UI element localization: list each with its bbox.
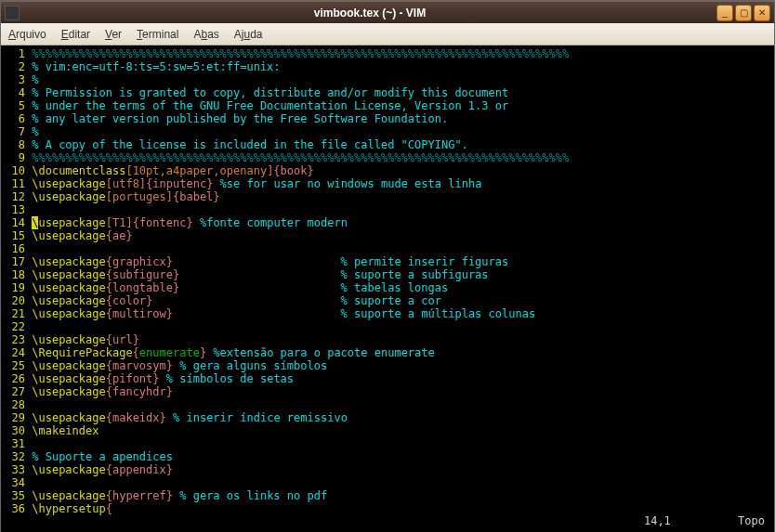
- close-button[interactable]: ✕: [754, 5, 770, 21]
- code-line: 1 %%%%%%%%%%%%%%%%%%%%%%%%%%%%%%%%%%%%%%…: [5, 47, 770, 60]
- maximize-button[interactable]: ▢: [735, 5, 752, 21]
- code-line: 24 \RequirePackage{enumerate} %extensão …: [5, 346, 770, 359]
- code-line: 22: [5, 320, 770, 333]
- code-line: 10 \documentclass[10pt,a4paper,openany]{…: [5, 164, 770, 177]
- code-line: 33 \usepackage{appendix}: [5, 463, 770, 476]
- code-line: 28: [5, 398, 770, 411]
- menu-ver[interactable]: Ver: [105, 28, 122, 41]
- window-titlebar: vimbook.tex (~) - VIM _ ▢ ✕: [1, 1, 774, 23]
- menu-bar: Arquivo Editar Ver Terminal Abas Ajuda: [1, 23, 774, 45]
- code-line: 26 \usepackage{pifont} % símbolos de set…: [5, 372, 770, 385]
- code-line: 29 \usepackage{makeidx} % inserir índice…: [5, 411, 770, 424]
- code-line: 27 \usepackage{fancyhdr}: [5, 385, 770, 398]
- code-line: 36 \hypersetup{: [5, 502, 770, 515]
- code-line: 32 % Suporte a apendices: [5, 450, 770, 463]
- code-line: 14 \usepackage[T1]{fontenc} %fonte compu…: [5, 216, 770, 229]
- code-line: 25 \usepackage{marvosym} % gera alguns s…: [5, 359, 770, 372]
- code-line: 6 % any later version published by the F…: [5, 112, 770, 125]
- code-line: 16: [5, 242, 770, 255]
- menu-abas[interactable]: Abas: [193, 28, 218, 41]
- scroll-position: Topo: [738, 514, 765, 527]
- code-line: 11 \usepackage[utf8]{inputenc} %se for u…: [5, 177, 770, 190]
- code-line: 17 \usepackage{graphicx} % permite inser…: [5, 255, 770, 268]
- code-line: 30 \makeindex: [5, 424, 770, 437]
- terminal-area[interactable]: 1 %%%%%%%%%%%%%%%%%%%%%%%%%%%%%%%%%%%%%%…: [1, 45, 774, 532]
- code-line: 35 \usepackage{hyperref} % gera os links…: [5, 489, 770, 502]
- code-line: 31: [5, 437, 770, 450]
- code-line: 20 \usepackage{color} % suporte a cor: [5, 294, 770, 307]
- code-line: 23 \usepackage{url}: [5, 333, 770, 346]
- code-line: 21 \usepackage{multirow} % suporte a múl…: [5, 307, 770, 320]
- code-line: 8 % A copy of the license is included in…: [5, 138, 770, 151]
- window-title: vimbook.tex (~) - VIM: [23, 6, 716, 19]
- app-icon: [5, 6, 20, 20]
- code-line: 34: [5, 476, 770, 489]
- code-line: 4 % Permission is granted to copy, distr…: [5, 86, 770, 99]
- code-line: 15 \usepackage{ae}: [5, 229, 770, 242]
- code-line: 7 %: [5, 125, 770, 138]
- code-line: 19 \usepackage{longtable} % tabelas long…: [5, 281, 770, 294]
- code-line: 13: [5, 203, 770, 216]
- code-line: 12 \usepackage[portuges]{babel}: [5, 190, 770, 203]
- code-line: 3 %: [5, 73, 770, 86]
- status-bar: 14,1 Topo: [644, 514, 765, 527]
- code-line: 5 % under the terms of the GNU Free Docu…: [5, 99, 770, 112]
- code-line: 18 \usepackage{subfigure} % suporte a su…: [5, 268, 770, 281]
- menu-arquivo[interactable]: Arquivo: [8, 28, 46, 41]
- code-line: 2 % vim:enc=utf-8:ts=5:sw=5:et:ff=unix:: [5, 60, 770, 73]
- menu-ajuda[interactable]: Ajuda: [234, 28, 263, 41]
- code-line: 9 %%%%%%%%%%%%%%%%%%%%%%%%%%%%%%%%%%%%%%…: [5, 151, 770, 164]
- cursor-position: 14,1: [644, 514, 671, 527]
- menu-editar[interactable]: Editar: [61, 28, 90, 41]
- menu-terminal[interactable]: Terminal: [137, 28, 178, 41]
- minimize-button[interactable]: _: [716, 5, 733, 21]
